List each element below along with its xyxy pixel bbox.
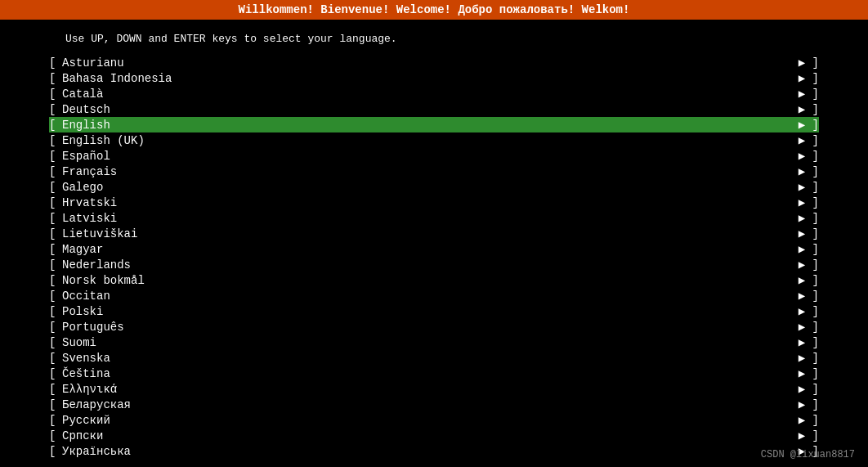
lang-arrow: ▶ ] (799, 87, 819, 101)
lang-item-svenska[interactable]: [ Svenska▶ ] (49, 350, 819, 366)
instructions: Use UP, DOWN and ENTER keys to select yo… (65, 33, 868, 45)
bracket-left: [ (49, 72, 59, 85)
lang-arrow: ▶ ] (799, 397, 819, 411)
lang-name: Norsk bokmål (62, 274, 795, 287)
lang-arrow: ▶ ] (799, 366, 819, 380)
lang-name: Suomi (62, 336, 795, 349)
lang-name: Svenska (62, 352, 795, 365)
lang-item-asturianu[interactable]: [ Asturianu▶ ] (49, 55, 819, 70)
lang-arrow: ▶ ] (799, 149, 819, 163)
lang-arrow: ▶ ] (799, 413, 819, 427)
lang-name: Português (62, 321, 795, 334)
lang-arrow: ▶ ] (799, 320, 819, 334)
lang-arrow: ▶ ] (799, 118, 819, 132)
bracket-left: [ (49, 445, 59, 458)
bracket-left: [ (49, 321, 59, 334)
lang-name: Беларуская (62, 398, 795, 411)
lang-item-suomi[interactable]: [ Suomi▶ ] (49, 335, 819, 350)
lang-item-lietuvikai[interactable]: [ Lietuviškai▶ ] (49, 226, 819, 241)
top-banner: Willkommen! Bienvenue! Welcome! Добро по… (0, 0, 868, 20)
lang-item-norsk-bokml[interactable]: [ Norsk bokmål▶ ] (49, 272, 819, 288)
lang-item-[interactable]: [ Беларуская▶ ] (49, 397, 819, 412)
bracket-left: [ (49, 398, 59, 411)
lang-name: Latviski (62, 212, 795, 225)
lang-item-magyar[interactable]: [ Magyar▶ ] (49, 241, 819, 257)
lang-name: Español (62, 150, 795, 163)
lang-name: Occitan (62, 290, 795, 303)
language-list: [ Asturianu▶ ][ Bahasa Indonesia▶ ][ Cat… (0, 55, 868, 459)
lang-name: Français (62, 165, 795, 178)
lang-name: Català (62, 88, 795, 101)
bracket-left: [ (49, 88, 59, 101)
lang-name: English (UK) (62, 134, 795, 147)
bracket-left: [ (49, 290, 59, 303)
bracket-left: [ (49, 165, 59, 178)
bracket-left: [ (49, 305, 59, 318)
bracket-left: [ (49, 336, 59, 349)
lang-item-hrvatski[interactable]: [ Hrvatski▶ ] (49, 195, 819, 210)
lang-item-nederlands[interactable]: [ Nederlands▶ ] (49, 257, 819, 272)
lang-name: Čeština (62, 367, 795, 380)
lang-item-[interactable]: [ Українська▶ ] (49, 443, 819, 459)
lang-name: Magyar (62, 243, 795, 256)
lang-item-occitan[interactable]: [ Occitan▶ ] (49, 288, 819, 303)
lang-arrow: ▶ ] (799, 211, 819, 225)
lang-item-franais[interactable]: [ Français▶ ] (49, 164, 819, 179)
bracket-left: [ (49, 181, 59, 194)
bracket-left: [ (49, 274, 59, 287)
bracket-left: [ (49, 414, 59, 427)
bracket-left: [ (49, 383, 59, 396)
bracket-left: [ (49, 367, 59, 380)
bracket-left: [ (49, 196, 59, 209)
bracket-left: [ (49, 243, 59, 256)
lang-item-espaol[interactable]: [ Español▶ ] (49, 148, 819, 164)
lang-item-deutsch[interactable]: [ Deutsch▶ ] (49, 101, 819, 117)
bracket-left: [ (49, 258, 59, 272)
lang-item-english[interactable]: [ English▶ ] (49, 117, 819, 132)
bracket-left: [ (49, 103, 59, 116)
bracket-left: [ (49, 134, 59, 147)
lang-arrow: ▶ ] (799, 304, 819, 318)
lang-name: Polski (62, 305, 795, 318)
lang-name: Lietuviškai (62, 227, 795, 240)
lang-item-etina[interactable]: [ Čeština▶ ] (49, 366, 819, 381)
lang-name: Asturianu (62, 56, 795, 70)
lang-item-portugus[interactable]: [ Português▶ ] (49, 319, 819, 335)
lang-arrow: ▶ ] (799, 289, 819, 303)
lang-arrow: ▶ ] (799, 71, 819, 85)
lang-item-latviski[interactable]: [ Latviski▶ ] (49, 210, 819, 226)
bracket-left: [ (49, 352, 59, 365)
lang-name: English (62, 119, 795, 132)
lang-arrow: ▶ ] (799, 164, 819, 178)
lang-item-catal[interactable]: [ Català▶ ] (49, 86, 819, 101)
bracket-left: [ (49, 227, 59, 240)
lang-arrow: ▶ ] (799, 351, 819, 365)
lang-arrow: ▶ ] (799, 429, 819, 442)
lang-arrow: ▶ ] (799, 242, 819, 256)
lang-item-english-uk[interactable]: [ English (UK)▶ ] (49, 132, 819, 148)
bracket-left: [ (49, 150, 59, 163)
lang-item-[interactable]: [ Ελληνικά▶ ] (49, 381, 819, 397)
lang-item-[interactable]: [ Русский▶ ] (49, 412, 819, 428)
lang-name: Deutsch (62, 103, 795, 116)
lang-item-galego[interactable]: [ Galego▶ ] (49, 179, 819, 195)
lang-name: Galego (62, 181, 795, 194)
lang-name: Српски (62, 429, 795, 442)
lang-name: Hrvatski (62, 196, 795, 209)
lang-name: Bahasa Indonesia (62, 72, 795, 85)
lang-arrow: ▶ ] (799, 195, 819, 209)
lang-arrow: ▶ ] (799, 180, 819, 194)
watermark: CSDN @lixuan8817 (761, 449, 855, 460)
bracket-left: [ (49, 119, 59, 132)
bracket-left: [ (49, 429, 59, 442)
lang-item-polski[interactable]: [ Polski▶ ] (49, 303, 819, 319)
lang-arrow: ▶ ] (799, 335, 819, 349)
bracket-left: [ (49, 56, 59, 70)
lang-arrow: ▶ ] (799, 382, 819, 396)
lang-arrow: ▶ ] (799, 258, 819, 272)
lang-item-[interactable]: [ Српски▶ ] (49, 428, 819, 443)
lang-name: Nederlands (62, 258, 795, 272)
lang-item-bahasa-indonesia[interactable]: [ Bahasa Indonesia▶ ] (49, 70, 819, 86)
lang-name: Українська (62, 445, 795, 458)
lang-arrow: ▶ ] (799, 102, 819, 116)
